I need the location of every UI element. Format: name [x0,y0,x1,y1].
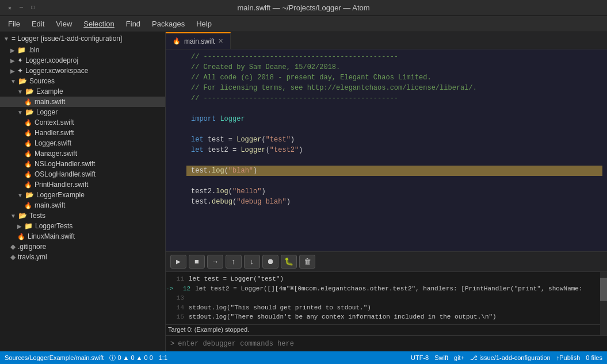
loggerexample-folder-chevron: ▼ [17,192,23,198]
menu-packages[interactable]: Packages [147,18,189,29]
sidebar-item-tests-folder[interactable]: ▼ 📂 Tests [0,210,165,221]
xcodeproj-chevron: ▶ [10,58,15,64]
line-numbers [166,49,186,251]
debug-input-bar: > [166,335,607,351]
debug-play-button[interactable]: ▶ [170,255,186,269]
sources-label: Sources [29,77,55,85]
status-files: 0 files [586,354,602,362]
project-header[interactable]: ▼ = Logger [issue/1-add-configuration] [0,32,165,45]
tab-close-button[interactable]: ✕ [218,37,223,45]
sidebar-item-context-swift[interactable]: 🔥 Context.swift [0,117,165,128]
code-lines: // -------------------------------------… [186,49,607,251]
swift-icon-2: 🔥 [24,119,32,127]
status-warnings: ⓘ 0 ▲ 0 ▲ 0 0 [109,354,152,362]
linuxmain-swift-label: LinuxMain.swift [28,232,75,240]
handler-swift-label: Handler.swift [35,129,74,137]
debug-output-line-13: 13 [166,293,607,303]
sidebar-item-xcworkspace[interactable]: ▶ ✦ Logger.xcworkspace [0,66,165,76]
sidebar-item-osloghandler-swift[interactable]: 🔥 OSLogHandler.swift [0,169,165,179]
sidebar-item-logger-folder[interactable]: ▼ 📂 Logger [0,107,165,117]
debug-line-num-13: 13 [168,293,184,303]
debug-record-button[interactable]: ⏺ [262,255,278,269]
swift-icon-9: 🔥 [24,202,32,209]
window-controls: ✕ ─ □ [6,4,37,12]
context-swift-label: Context.swift [35,118,74,127]
window-title: main.swift — ~/Projects/Logger — Atom [237,3,369,12]
sidebar-item-gitignore[interactable]: ◆ .gitignore [0,242,165,252]
main-layout: ▼ = Logger [issue/1-add-configuration] ▶… [0,32,607,351]
sidebar-item-handler-swift[interactable]: 🔥 Handler.swift [0,128,165,138]
menu-edit[interactable]: Edit [27,18,49,29]
example-chevron: ▼ [17,89,23,95]
sidebar-item-printhandler-swift[interactable]: 🔥 PrintHandler.swift [0,179,165,190]
debug-line-num-15: 15 [168,312,184,322]
debug-stop-button[interactable]: ■ [189,255,205,269]
sidebar-item-manager-swift[interactable]: 🔥 Manager.swift [0,148,165,159]
bin-chevron: ▶ [10,47,15,53]
manager-swift-label: Manager.swift [35,150,77,158]
code-editor[interactable]: // -------------------------------------… [166,49,607,251]
sidebar-item-travis-yml[interactable]: ◆ travis.yml [0,252,165,262]
swift-icon-1: 🔥 [24,98,32,106]
debug-trash-button[interactable]: 🗑 [299,255,315,269]
debug-line-content-11: let test = Logger("test") [189,274,284,284]
debug-output-line-12: 12 let test2 = Logger([][4m"⌘[0mcom.eleg… [166,284,607,294]
main-swift-tab[interactable]: 🔥 main.swift ✕ [166,32,231,49]
status-publish[interactable]: ↑Publish [556,354,581,362]
debug-step-in-button[interactable]: ↑ [226,255,242,269]
debug-prompt: > [170,340,174,348]
project-chevron: ▼ [3,36,9,42]
sidebar-item-loggerexample-folder[interactable]: ▼ 📂 LoggerExample [0,190,165,200]
debug-line-content-12: let test2 = Logger([][4m"⌘[0mcom.elegant… [195,284,582,294]
menu-help[interactable]: Help [192,18,216,29]
nsloghandler-swift-label: NSLogHandler.swift [35,160,95,168]
sidebar-item-linuxmain-swift[interactable]: 🔥 LinuxMain.swift [0,231,165,242]
debug-bug-button[interactable]: 🐛 [281,255,297,269]
status-branch[interactable]: ⎇ issue/1-add-configuration [470,354,551,362]
osloghandler-swift-label: OSLogHandler.swift [35,170,96,178]
menu-view[interactable]: View [51,18,77,29]
title-bar: ✕ ─ □ main.swift — ~/Projects/Logger — A… [0,0,607,16]
swift-icon-7: 🔥 [24,171,32,178]
travis-icon: ◆ [10,253,16,261]
debug-lines: 11 let test = Logger("test") 12 let test… [166,272,607,324]
debug-toolbar: ▶ ■ → ↑ ↓ ⏺ 🐛 🗑 [166,251,607,272]
sidebar-item-xcodeproj[interactable]: ▶ ✦ Logger.xcodeproj [0,55,165,66]
menu-find[interactable]: Find [121,18,145,29]
sidebar-item-main-swift-loggerexample[interactable]: 🔥 main.swift [0,200,165,210]
sidebar-item-main-swift-example[interactable]: 🔥 main.swift [0,97,165,107]
debug-line-content-14: stdout.log("This should get printed to s… [189,303,371,313]
xcworkspace-chevron: ▶ [10,68,15,74]
debug-output-line-14: 14 stdout.log("This should get printed t… [166,303,607,313]
status-bar-left: Sources/LoggerExample/main.swift ⓘ 0 ▲ 0… [5,354,404,362]
swift-icon-6: 🔥 [24,160,32,168]
debug-next-button[interactable]: → [207,255,223,269]
debug-output-line-11: 11 let test = Logger("test") [166,274,607,284]
maximize-button[interactable]: □ [29,4,37,12]
status-encoding: UTF-8 [411,354,429,362]
menu-file[interactable]: File [3,18,25,29]
editor-area: 🔥 main.swift ✕ [166,32,607,351]
debug-scrollbar[interactable] [600,272,607,335]
debug-scrollbar-thumb[interactable] [600,278,607,301]
loggertests-label: LoggerTests [35,222,72,230]
close-button[interactable]: ✕ [6,4,14,12]
tests-chevron: ▼ [10,213,16,219]
sidebar-item-bin[interactable]: ▶ 📁 .bin [0,45,165,55]
bin-label: .bin [28,46,39,54]
minimize-button[interactable]: ─ [17,4,25,12]
sidebar-item-logger-swift[interactable]: 🔥 Logger.swift [0,138,165,148]
sidebar-item-sources[interactable]: ▼ 📂 Sources [0,76,165,86]
debug-output[interactable]: 11 let test = Logger("test") 12 let test… [166,272,607,335]
sidebar-item-example[interactable]: ▼ 📂 Example [0,86,165,97]
xcworkspace-icon: ✦ [17,67,23,75]
status-cursor-pos: 1:1 [159,354,167,362]
menu-selection[interactable]: Selection [79,18,119,29]
sidebar-item-nsloghandler-swift[interactable]: 🔥 NSLogHandler.swift [0,159,165,169]
sidebar-item-loggertests-folder[interactable]: ▶ 📁 LoggerTests [0,221,165,231]
status-bar: Sources/LoggerExample/main.swift ⓘ 0 ▲ 0… [0,351,607,364]
debug-step-out-button[interactable]: ↓ [244,255,260,269]
debug-command-input[interactable] [178,340,602,348]
status-file-path: Sources/LoggerExample/main.swift [5,354,104,362]
swift-icon-3: 🔥 [24,129,32,137]
